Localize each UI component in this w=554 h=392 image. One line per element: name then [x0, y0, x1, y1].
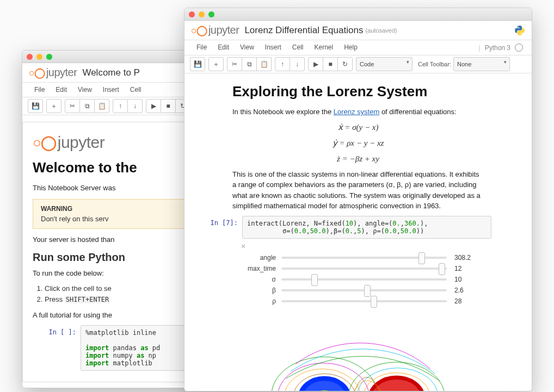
kernel-name: Python 3: [485, 44, 510, 52]
code-input[interactable]: interact(Lorenz, N=fixed(10), angle=(0.,…: [242, 216, 491, 239]
add-cell-icon[interactable]: ＋: [46, 99, 61, 113]
paste-icon[interactable]: 📋: [95, 99, 109, 113]
equation: ẏ = ρx − y − xz: [232, 138, 484, 149]
front-window: ◯jupyter Lorenz Differential Equations (…: [184, 8, 532, 391]
menu-file[interactable]: File: [29, 84, 50, 95]
slider-label: σ: [238, 276, 276, 283]
menu-cell[interactable]: Cell: [125, 84, 147, 95]
lorenz-attractor-plot: [238, 318, 478, 392]
jupyter-logo: ◯jupyter: [191, 24, 239, 36]
slider-value: 10: [454, 276, 478, 283]
save-icon[interactable]: 💾: [190, 57, 205, 71]
slider-handle[interactable]: [364, 285, 371, 297]
slider-track[interactable]: [281, 257, 447, 259]
notebook-header: ◯jupyter Lorenz Differential Equations (…: [184, 21, 532, 40]
move-down-icon[interactable]: ↓: [290, 57, 305, 71]
slider-σ[interactable]: σ10: [238, 276, 478, 283]
save-icon[interactable]: 💾: [28, 99, 43, 113]
lorenz-link[interactable]: Lorenz system: [334, 108, 380, 116]
slider-value: 2.6: [454, 287, 478, 294]
slider-label: angle: [238, 254, 276, 262]
paste-icon[interactable]: 📋: [257, 57, 272, 71]
slider-value: 12: [454, 265, 478, 272]
slider-handle[interactable]: [311, 274, 318, 286]
slider-handle[interactable]: [371, 296, 377, 308]
menubar: File Edit View Insert Cell Kernel Help |…: [184, 40, 532, 55]
svg-point-4: [300, 378, 348, 391]
run-icon[interactable]: ▶: [146, 99, 161, 113]
autosave-status: (autosaved): [365, 27, 397, 34]
svg-point-9: [370, 377, 423, 391]
kernel-status-icon: [515, 43, 523, 52]
close-icon[interactable]: [189, 11, 195, 17]
slider-label: max_time: [238, 265, 276, 272]
slider-label: ρ: [238, 297, 276, 305]
move-up-icon[interactable]: ↑: [113, 99, 128, 113]
menu-edit[interactable]: Edit: [50, 84, 72, 95]
slider-track[interactable]: [281, 289, 447, 291]
input-prompt: In [7]:: [194, 216, 242, 239]
zoom-icon[interactable]: [46, 54, 52, 60]
cut-icon[interactable]: ✂: [65, 99, 80, 113]
cell-type-select[interactable]: [356, 57, 413, 71]
stop-icon[interactable]: ■: [161, 99, 176, 113]
slider-handle[interactable]: [418, 252, 425, 264]
menu-help[interactable]: Help: [338, 42, 363, 53]
input-prompt: In [ ]:: [33, 325, 81, 371]
slider-track[interactable]: [281, 267, 447, 270]
slider-track[interactable]: [281, 300, 447, 302]
cut-icon[interactable]: ✂: [227, 57, 242, 71]
cell-toolbar-label: Cell Toolbar:: [418, 61, 451, 67]
slider-max_time[interactable]: max_time12: [238, 265, 478, 272]
stop-icon[interactable]: ■: [323, 57, 338, 71]
run-icon[interactable]: ▶: [308, 57, 323, 71]
heading: Exploring the Lorenz System: [232, 83, 484, 100]
copy-icon[interactable]: ⧉: [80, 99, 95, 113]
notebook-title[interactable]: Welcome to P: [82, 67, 140, 78]
jupyter-logo: ◯jupyter: [29, 66, 77, 79]
notebook-content: Exploring the Lorenz System In this Note…: [184, 73, 532, 391]
slider-value: 308.2: [454, 254, 478, 262]
menu-insert[interactable]: Insert: [260, 42, 287, 53]
slider-ρ[interactable]: ρ28: [238, 297, 478, 305]
slider-label: β: [238, 287, 276, 294]
slider-angle[interactable]: angle308.2: [238, 254, 478, 262]
titlebar: [184, 8, 532, 21]
menu-view[interactable]: View: [235, 42, 260, 53]
menu-view[interactable]: View: [72, 84, 97, 95]
notebook-title[interactable]: Lorenz Differential Equations: [244, 25, 363, 36]
menu-edit[interactable]: Edit: [212, 42, 235, 53]
move-up-icon[interactable]: ↑: [275, 57, 290, 71]
cell-toolbar-select[interactable]: [453, 57, 510, 71]
kernel-indicator: [514, 25, 525, 36]
slider-handle[interactable]: [439, 263, 445, 275]
code-cell[interactable]: In [7]: interact(Lorenz, N=fixed(10), an…: [194, 216, 491, 239]
menu-cell[interactable]: Cell: [287, 42, 309, 53]
slider-value: 28: [454, 297, 478, 305]
add-cell-icon[interactable]: ＋: [208, 57, 224, 71]
minimize-icon[interactable]: [36, 54, 42, 60]
move-down-icon[interactable]: ↓: [128, 99, 143, 113]
zoom-icon[interactable]: [208, 11, 214, 17]
slider-track[interactable]: [281, 278, 447, 281]
menu-kernel[interactable]: Kernel: [309, 42, 339, 53]
equation: ẋ = σ(y − x): [232, 122, 484, 133]
paragraph: In this Notebook we explore the Lorenz s…: [232, 107, 484, 117]
minimize-icon[interactable]: [199, 11, 205, 17]
menu-insert[interactable]: Insert: [97, 84, 125, 95]
restart-icon[interactable]: ↻: [338, 57, 353, 71]
slider-β[interactable]: β2.6: [238, 287, 478, 294]
copy-icon[interactable]: ⧉: [242, 57, 257, 71]
traffic-lights: [189, 11, 214, 17]
paragraph: This is one of the classic systems in no…: [232, 169, 484, 211]
close-icon[interactable]: [27, 54, 33, 60]
python-icon: [514, 25, 525, 36]
equation: ż = −βz + xy: [232, 153, 484, 165]
toolbar: 💾 ＋ ✂ ⧉ 📋 ↑ ↓ ▶ ■ ↻ Cell Toolbar:: [184, 55, 532, 73]
menu-file[interactable]: File: [191, 42, 212, 53]
close-widget-icon[interactable]: ×: [241, 242, 478, 251]
widget-panel: × angle308.2max_time12σ10β2.6ρ28: [238, 242, 478, 392]
traffic-lights: [27, 54, 52, 60]
